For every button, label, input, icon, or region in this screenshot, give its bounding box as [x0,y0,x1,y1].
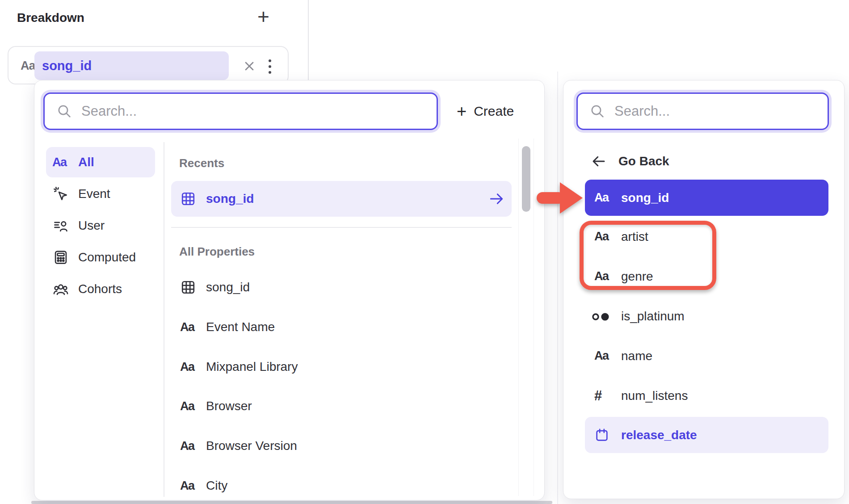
category-item-computed[interactable]: Computed [52,242,168,273]
add-breakdown-button[interactable]: + [257,6,269,27]
scrollbar-thumb[interactable] [522,146,530,212]
value-item-num-listens[interactable]: # num_listens [594,378,827,414]
property-type-icon: Aa [21,59,35,73]
text-type-icon: Aa [180,320,194,334]
people-icon [52,281,78,298]
category-item-user[interactable]: User [52,210,155,241]
recent-item-song-id[interactable]: song_id [180,181,512,217]
search-icon [56,103,72,119]
grid-table-icon [180,191,206,207]
column-divider-right [557,71,558,504]
breakdown-chip-card: Aa song_id [8,46,289,84]
scrollbar-track [518,139,519,496]
search-icon [589,103,605,119]
arrow-left-icon [591,153,618,169]
column-divider [308,0,309,80]
screen: Breakdown + Aa song_id + Create Aa All [0,0,849,504]
text-type-icon: Aa [180,479,194,493]
property-item-event-name[interactable]: Aa Event Name [180,309,512,345]
left-search-box[interactable] [43,92,438,130]
breakdown-section-title: Breakdown [17,11,84,25]
kebab-menu-icon[interactable] [268,59,272,75]
text-type-icon: Aa [180,399,194,413]
go-back-button[interactable]: Go Back [591,146,778,176]
grid-table-icon [180,279,206,295]
property-item-song-id[interactable]: song_id [180,269,512,305]
arrow-right-icon[interactable] [488,190,505,207]
search-input[interactable] [614,103,816,119]
text-type-icon: Aa [594,349,609,363]
property-item-browser-version[interactable]: Aa Browser Version [180,428,512,464]
breakdown-chip[interactable]: song_id [34,51,229,80]
text-type-icon: Aa [180,439,194,453]
search-input[interactable] [81,103,425,119]
text-type-icon: Aa [52,155,67,169]
value-item-is-platinum[interactable]: is_platinum [591,298,824,334]
category-item-all[interactable]: Aa All [52,147,155,177]
value-item-release-date[interactable]: release_date [594,417,827,453]
property-item-browser[interactable]: Aa Browser [180,388,512,424]
category-item-event[interactable]: Event [52,179,155,209]
annotation-highlight-box [580,221,716,290]
plus-icon: + [457,103,467,120]
calculator-icon [52,249,78,266]
close-icon[interactable] [242,59,256,73]
create-button[interactable]: + Create [457,103,514,120]
boolean-icon [591,310,621,323]
right-search-box[interactable] [576,92,829,130]
property-item-city[interactable]: Aa City [180,468,512,504]
property-item-mixpanel-library[interactable]: Aa Mixpanel Library [180,349,512,385]
value-item-song-id[interactable]: Aa song_id [594,180,827,216]
breakdown-chip-label: song_id [42,59,92,73]
text-type-icon: Aa [594,191,609,205]
user-list-icon [52,217,78,234]
event-cursor-icon [52,185,78,202]
text-type-icon: Aa [180,360,194,374]
annotation-arrow-icon [533,178,591,218]
all-properties-header: All Properties [179,245,255,259]
category-item-cohorts[interactable]: Cohorts [52,274,168,304]
list-divider [171,227,512,228]
number-type-icon: # [594,388,602,404]
calendar-icon [594,428,621,443]
value-item-name[interactable]: Aa name [594,338,827,374]
recents-header: Recents [179,156,224,170]
panel-divider [164,142,164,497]
